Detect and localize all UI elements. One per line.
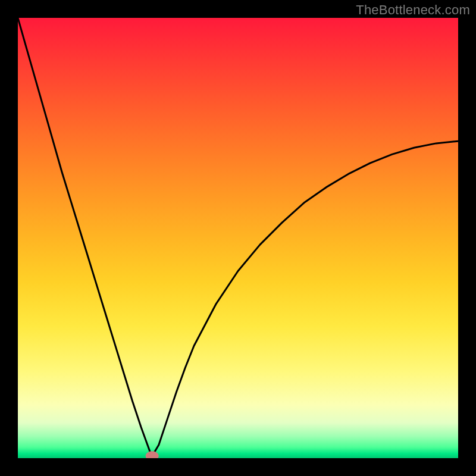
chart-frame: TheBottleneck.com: [0, 0, 476, 476]
plot-area: [18, 18, 458, 458]
chart-overlay: [18, 18, 458, 458]
bottleneck-curve: [18, 18, 458, 456]
minimum-marker: [146, 451, 159, 458]
watermark-text: TheBottleneck.com: [356, 2, 470, 18]
